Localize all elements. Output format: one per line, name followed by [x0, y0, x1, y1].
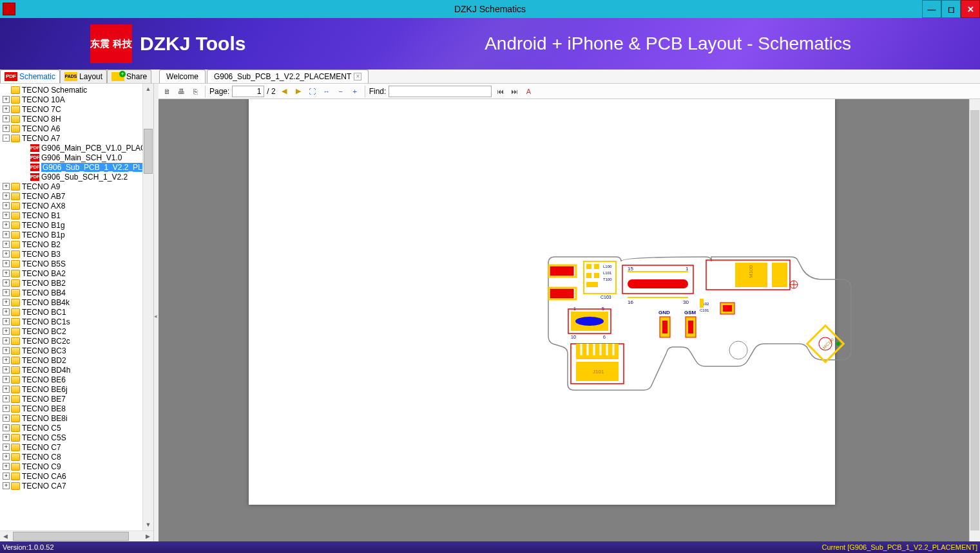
tab-share[interactable]: Share [107, 70, 151, 83]
tree-folder[interactable]: +TECNO C8 [0, 452, 153, 462]
tree-folder[interactable]: +TECNO 7C [0, 104, 153, 114]
tree-folder[interactable]: +TECNO C5S [0, 433, 153, 442]
expand-icon[interactable]: + [3, 434, 10, 441]
expand-icon[interactable]: + [3, 482, 10, 489]
expand-icon[interactable]: + [3, 183, 10, 190]
tree-folder[interactable]: +TECNO B1p [0, 230, 153, 239]
maximize-button[interactable]: ◻ [941, 0, 961, 18]
doc-tab-welcome[interactable]: Welcome [159, 70, 206, 83]
expand-icon[interactable]: + [3, 376, 10, 383]
tree-folder[interactable]: +TECNO BC2c [0, 336, 153, 346]
tree-folder[interactable]: +TECNO BD4h [0, 365, 153, 375]
tree-folder[interactable]: +TECNO CA7 [0, 481, 153, 491]
expand-icon[interactable]: + [3, 395, 10, 402]
tree-folder[interactable]: +TECNO B1g [0, 220, 153, 230]
expand-icon[interactable]: + [3, 241, 10, 248]
doc-tab-active[interactable]: G906_Sub_PCB_1_V2.2_PLACEMENT × [207, 70, 369, 83]
expand-icon[interactable]: + [3, 289, 10, 296]
tree-folder[interactable]: +TECNO AX8 [0, 201, 153, 211]
tree-folder[interactable]: +TECNO BC1s [0, 317, 153, 326]
find-prev-icon[interactable]: ⏮ [494, 86, 506, 97]
canvas-vscrollbar[interactable] [969, 99, 980, 541]
text-tool-icon[interactable]: A [523, 86, 534, 97]
tree-folder[interactable]: +TECNO 10A [0, 95, 153, 104]
tab-layout[interactable]: PADS Layout [60, 70, 107, 83]
tree-folder[interactable]: +TECNO BA2 [0, 268, 153, 278]
tree-folder[interactable]: +TECNO 8H [0, 114, 153, 124]
find-next-icon[interactable]: ⏭ [508, 86, 520, 97]
find-input[interactable] [389, 86, 492, 97]
tree-folder[interactable]: +TECNO C5 [0, 423, 153, 433]
expand-icon[interactable]: + [3, 415, 10, 422]
canvas[interactable]: L100 L101 T100 C103 15 1 16 [159, 99, 980, 541]
save-icon[interactable]: 🗎 [161, 86, 173, 97]
tree-folder[interactable]: +TECNO B5S [0, 259, 153, 268]
page-input[interactable] [232, 86, 264, 97]
tree-folder[interactable]: +TECNO BC2 [0, 326, 153, 336]
expand-icon[interactable]: + [3, 212, 10, 219]
expand-icon[interactable]: + [3, 231, 10, 238]
tree-folder[interactable]: +TECNO B3 [0, 249, 153, 259]
tree[interactable]: -TECNO Schematic+TECNO 10A+TECNO 7C+TECN… [0, 84, 153, 530]
prev-page-icon[interactable]: ◀ [278, 86, 290, 97]
tree-vscrollbar[interactable]: ▲ ▼ [142, 84, 153, 530]
expand-icon[interactable]: + [3, 106, 10, 113]
tree-file[interactable]: +PDFG906_Main_PCB_V1.0_PLACEMENT [0, 143, 153, 153]
tree-file[interactable]: +PDFG906_Main_SCH_V1.0 [0, 153, 153, 162]
scroll-thumb[interactable] [970, 110, 979, 530]
expand-icon[interactable]: + [3, 347, 10, 354]
tree-file[interactable]: +PDFG906_Sub_SCH_1_V2.2 [0, 172, 153, 182]
tree-folder[interactable]: +TECNO BB2 [0, 278, 153, 288]
expand-icon[interactable]: + [3, 463, 10, 470]
expand-icon[interactable]: + [3, 366, 10, 373]
tree-folder[interactable]: +TECNO BB4k [0, 297, 153, 307]
tree-folder[interactable]: +TECNO A6 [0, 124, 153, 133]
tree-hscrollbar[interactable]: ◀ ▶ [0, 530, 153, 541]
close-tab-icon[interactable]: × [354, 73, 361, 80]
expand-icon[interactable]: + [3, 357, 10, 364]
scroll-up-icon[interactable]: ▲ [143, 84, 153, 95]
tree-root[interactable]: -TECNO Schematic [0, 85, 153, 95]
tree-folder[interactable]: +TECNO BE6j [0, 384, 153, 394]
fit-page-icon[interactable]: ⛶ [307, 86, 318, 97]
fit-width-icon[interactable]: ↔ [321, 86, 332, 97]
scroll-right-icon[interactable]: ▶ [142, 531, 153, 541]
expand-icon[interactable]: + [3, 424, 10, 431]
expand-icon[interactable]: + [3, 318, 10, 325]
tree-folder[interactable]: +TECNO BE8 [0, 404, 153, 413]
scroll-thumb[interactable] [144, 129, 153, 174]
tree-folder[interactable]: -TECNO A7 [0, 133, 153, 143]
tree-folder[interactable]: +TECNO BC3 [0, 346, 153, 355]
expand-icon[interactable]: + [3, 453, 10, 460]
tree-folder[interactable]: +TECNO C9 [0, 462, 153, 471]
expand-icon[interactable]: + [3, 337, 10, 344]
expand-icon[interactable]: + [3, 250, 10, 258]
expand-icon[interactable]: + [3, 270, 10, 277]
close-button[interactable]: ✕ [961, 0, 980, 18]
expand-icon[interactable]: + [3, 386, 10, 393]
tree-folder[interactable]: +TECNO BE7 [0, 394, 153, 404]
tree-file[interactable]: +PDFG906_Sub_PCB_1_V2.2_PLACEMENT [0, 162, 153, 172]
expand-icon[interactable]: + [3, 221, 10, 229]
tree-folder[interactable]: +TECNO CA6 [0, 471, 153, 481]
expand-icon[interactable]: + [3, 96, 10, 103]
tree-folder[interactable]: +TECNO AB7 [0, 191, 153, 201]
tab-schematic[interactable]: PDF Schematic [0, 70, 60, 83]
expand-icon[interactable]: + [3, 260, 10, 267]
next-page-icon[interactable]: ▶ [293, 86, 304, 97]
expand-icon[interactable]: + [3, 473, 10, 480]
scroll-left-icon[interactable]: ◀ [0, 531, 11, 541]
expand-icon[interactable]: + [3, 299, 10, 306]
tree-folder[interactable]: +TECNO BC1 [0, 307, 153, 317]
zoom-in-icon[interactable]: + [349, 86, 361, 97]
expand-icon[interactable]: + [3, 405, 10, 412]
expand-icon[interactable]: + [3, 192, 10, 200]
zoom-out-icon[interactable]: − [335, 86, 347, 97]
print-icon[interactable]: 🖶 [175, 86, 187, 97]
minimize-button[interactable]: — [922, 0, 941, 18]
expand-icon[interactable]: + [3, 328, 10, 335]
expand-icon[interactable]: + [3, 279, 10, 286]
expand-icon[interactable]: + [3, 115, 10, 122]
expand-icon[interactable]: + [3, 125, 10, 132]
scroll-thumb[interactable] [13, 532, 129, 541]
